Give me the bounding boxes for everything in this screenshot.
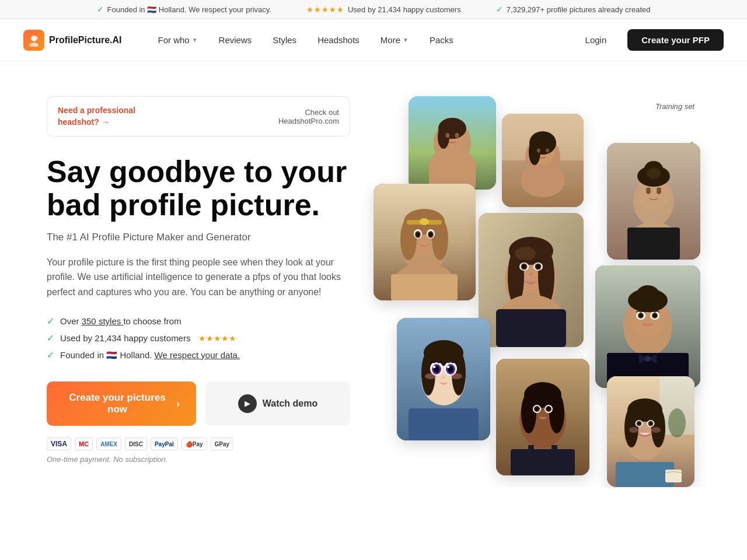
amex-icon: AMEX xyxy=(96,438,121,450)
svg-point-110 xyxy=(549,393,564,433)
topbar-privacy-text: Founded in 🇳🇱 Holland. We respect your p… xyxy=(107,5,271,14)
create-pfp-button[interactable]: Create your PFP xyxy=(627,29,724,51)
create-pictures-button[interactable]: Create your pictures now › xyxy=(47,382,196,426)
check-icon-privacy: ✓ xyxy=(97,5,104,14)
svg-point-22 xyxy=(521,164,565,197)
left-column: Need a professional headshot? → Check ou… xyxy=(47,96,350,464)
svg-rect-51 xyxy=(391,274,458,300)
svg-point-101 xyxy=(425,373,437,379)
svg-point-109 xyxy=(521,393,536,433)
nav-links: For who ▼ Reviews Styles Headshots More … xyxy=(149,30,554,50)
topbar-count-text: 7,329,297+ profile pictures already crea… xyxy=(507,5,651,14)
svg-point-135 xyxy=(629,427,638,433)
banner-right: Check out HeadshotPro.com xyxy=(278,108,339,125)
svg-point-62 xyxy=(522,265,526,268)
play-icon: ▶ xyxy=(238,394,257,413)
discover-icon: DISC xyxy=(125,438,147,450)
nav-headshots[interactable]: Headshots xyxy=(309,30,368,50)
svg-point-9 xyxy=(446,133,450,138)
nav-styles[interactable]: Styles xyxy=(264,30,305,50)
create-pictures-label: Create your pictures now xyxy=(63,392,172,415)
svg-point-80 xyxy=(654,314,657,317)
mastercard-icon: MC xyxy=(75,438,93,450)
nav-reviews[interactable]: Reviews xyxy=(211,30,260,50)
check-icon-count: ✓ xyxy=(496,5,503,14)
stars-icon: ★★★★★ xyxy=(198,334,236,343)
topbar: ✓ Founded in 🇳🇱 Holland. We respect your… xyxy=(0,0,747,19)
svg-point-102 xyxy=(451,373,462,379)
nav-more[interactable]: More ▼ xyxy=(372,30,417,50)
portrait-card-7 xyxy=(397,318,490,440)
navbar: ProfilePicture.AI For who ▼ Reviews Styl… xyxy=(0,19,747,61)
portrait-card-4 xyxy=(374,184,476,300)
svg-point-20 xyxy=(537,149,540,153)
topbar-customers-text: Used by 21,434 happy customers xyxy=(348,5,461,14)
portrait-card-8 xyxy=(496,359,589,475)
svg-rect-103 xyxy=(409,408,479,440)
svg-point-46 xyxy=(416,232,420,237)
topbar-count: ✓ 7,329,297+ profile pictures already cr… xyxy=(496,5,651,14)
watch-demo-label: Watch demo xyxy=(263,398,318,409)
paypal-icon: PayPal xyxy=(151,438,178,450)
svg-point-66 xyxy=(529,272,533,276)
check-icon-founded: ✓ xyxy=(47,349,54,360)
svg-rect-34 xyxy=(627,228,680,260)
topbar-stars: ★★★★★ xyxy=(306,5,344,14)
checklist: ✓ Over 350 styles to choose from ✓ Used … xyxy=(47,316,350,360)
nav-actions: Login Create your PFP xyxy=(574,29,724,51)
portrait-card-1 xyxy=(409,96,496,190)
svg-point-43 xyxy=(420,218,429,225)
topbar-privacy: ✓ Founded in 🇳🇱 Holland. We respect your… xyxy=(97,5,271,14)
svg-point-21 xyxy=(546,149,549,153)
respect-data-link[interactable]: We respect your data. xyxy=(155,350,240,360)
svg-point-65 xyxy=(536,265,540,268)
check-item-customers: ✓ Used by 21,434 happy customers ★★★★★ xyxy=(47,332,350,344)
svg-rect-118 xyxy=(528,445,534,454)
check-item-founded: ✓ Founded in 🇳🇱 Holland. We respect your… xyxy=(47,349,350,360)
payment-note: One-time payment. No subscription. xyxy=(47,455,350,464)
svg-point-59 xyxy=(515,247,536,261)
hero-description: Your profile picture is the first thing … xyxy=(47,255,350,300)
right-column: Training set ↙ xyxy=(374,96,700,458)
banner-left: Need a professional headshot? → xyxy=(58,105,135,128)
payment-icons: VISA MC AMEX DISC PayPal 🍎Pay GPay xyxy=(47,438,350,450)
check-icon-customers: ✓ xyxy=(47,332,54,344)
banner-check-out: Check out xyxy=(305,108,339,117)
svg-point-100 xyxy=(442,376,445,379)
arrow-right-icon: › xyxy=(176,398,180,410)
nav-for-who[interactable]: For who ▼ xyxy=(149,30,205,50)
portrait-card-5 xyxy=(479,213,584,347)
svg-point-131 xyxy=(638,422,640,425)
svg-point-10 xyxy=(455,133,459,138)
topbar-customers: ★★★★★ Used by 21,434 happy customers xyxy=(306,5,461,14)
svg-point-95 xyxy=(433,366,436,368)
check-icon-styles: ✓ xyxy=(47,316,54,327)
banner-line1: Need a professional xyxy=(58,106,135,115)
logo[interactable]: ProfilePicture.AI xyxy=(23,30,121,51)
svg-point-134 xyxy=(650,422,652,425)
svg-rect-119 xyxy=(551,445,557,454)
styles-link[interactable]: 350 styles xyxy=(82,316,124,326)
logo-icon xyxy=(23,30,44,51)
svg-point-99 xyxy=(447,366,450,368)
svg-rect-117 xyxy=(511,449,575,475)
portrait-card-9 xyxy=(607,376,694,487)
portrait-card-3 xyxy=(607,143,700,260)
headshotpro-link[interactable]: HeadshotPro.com xyxy=(278,117,339,125)
image-grid: Training set ↙ xyxy=(374,96,700,458)
svg-point-136 xyxy=(651,427,661,433)
training-set-label: Training set xyxy=(655,102,694,111)
chevron-down-icon-more: ▼ xyxy=(403,37,409,43)
customers-text: Used by 21,434 happy customers xyxy=(60,333,190,343)
portrait-card-6 xyxy=(595,265,700,388)
check-item-styles: ✓ Over 350 styles to choose from xyxy=(47,316,350,327)
main-content: Need a professional headshot? → Check ou… xyxy=(23,61,724,487)
visa-icon: VISA xyxy=(47,438,71,450)
portrait-card-2 xyxy=(502,114,584,207)
headshot-banner[interactable]: Need a professional headshot? → Check ou… xyxy=(47,96,350,136)
watch-demo-button[interactable]: ▶ Watch demo xyxy=(205,382,350,426)
nav-packs[interactable]: Packs xyxy=(421,30,462,50)
svg-point-123 xyxy=(668,408,686,438)
svg-point-31 xyxy=(657,188,661,194)
login-button[interactable]: Login xyxy=(574,30,619,50)
